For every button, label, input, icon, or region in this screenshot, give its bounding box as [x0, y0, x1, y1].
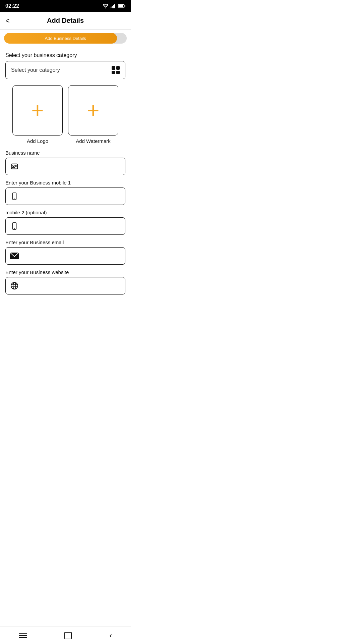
add-logo-section: + Add Logo	[12, 85, 63, 144]
business-name-input-wrapper[interactable]	[5, 158, 125, 175]
grid-cell-4	[116, 71, 120, 74]
svg-rect-1	[112, 6, 113, 8]
status-icons	[103, 4, 125, 8]
grid-cell-1	[112, 66, 115, 70]
progress-bar-bg: Add Business Details	[4, 33, 127, 44]
phone-icon-2	[10, 222, 19, 230]
svg-rect-6	[125, 5, 125, 7]
grid-icon	[112, 66, 120, 74]
header: < Add Details	[0, 12, 131, 30]
email-input-wrapper[interactable]	[5, 247, 125, 265]
add-logo-plus-icon: +	[31, 100, 44, 121]
website-label: Enter your Business website	[5, 269, 125, 275]
add-watermark-button[interactable]: +	[68, 85, 118, 136]
add-logo-label: Add Logo	[12, 138, 63, 144]
email-group: Enter your Business email	[5, 239, 125, 265]
globe-icon	[10, 282, 19, 290]
svg-point-8	[13, 165, 14, 167]
status-bar: 02:22	[0, 0, 131, 12]
email-label: Enter your Business email	[5, 239, 125, 245]
mobile1-input-wrapper[interactable]	[5, 187, 125, 205]
id-card-icon	[10, 163, 19, 170]
website-input-wrapper[interactable]	[5, 277, 125, 294]
grid-cell-2	[116, 66, 120, 70]
svg-rect-3	[114, 4, 115, 8]
upload-row: + Add Logo + Add Watermark	[5, 85, 125, 144]
category-section-label: Select your business category	[5, 52, 125, 58]
phone-icon-1	[10, 193, 19, 200]
add-watermark-section: + Add Watermark	[68, 85, 118, 144]
business-name-group: Business name	[5, 150, 125, 175]
svg-rect-0	[111, 7, 111, 8]
category-placeholder: Select your category	[11, 67, 60, 73]
mobile1-label: Enter your Business mobile 1	[5, 180, 125, 185]
progress-bar-label: Add Business Details	[45, 36, 86, 41]
svg-point-16	[11, 282, 18, 289]
website-group: Enter your Business website	[5, 269, 125, 294]
mobile1-group: Enter your Business mobile 1	[5, 180, 125, 205]
mobile2-group: mobile 2 (optional)	[5, 210, 125, 235]
signal-icon	[111, 4, 116, 8]
business-name-label: Business name	[5, 150, 125, 156]
svg-rect-2	[113, 5, 114, 8]
wifi-icon	[103, 4, 109, 8]
website-field[interactable]	[22, 283, 121, 289]
add-watermark-label: Add Watermark	[68, 138, 118, 144]
back-button[interactable]: <	[5, 16, 10, 25]
main-content: Select your business category Select you…	[0, 47, 131, 326]
email-icon	[10, 253, 19, 259]
mobile2-label: mobile 2 (optional)	[5, 210, 125, 215]
page-title: Add Details	[47, 17, 84, 24]
svg-rect-5	[118, 5, 123, 7]
status-time: 02:22	[5, 3, 19, 9]
svg-point-17	[13, 282, 16, 289]
grid-cell-3	[112, 71, 115, 74]
mobile2-field[interactable]	[22, 223, 121, 229]
add-watermark-plus-icon: +	[87, 100, 99, 121]
battery-icon	[118, 4, 125, 8]
email-field[interactable]	[22, 253, 121, 259]
business-name-field[interactable]	[22, 164, 121, 169]
progress-container: Add Business Details	[0, 30, 131, 47]
category-dropdown[interactable]: Select your category	[5, 61, 125, 79]
mobile2-input-wrapper[interactable]	[5, 217, 125, 235]
mobile1-field[interactable]	[22, 194, 121, 199]
add-logo-button[interactable]: +	[12, 85, 63, 136]
